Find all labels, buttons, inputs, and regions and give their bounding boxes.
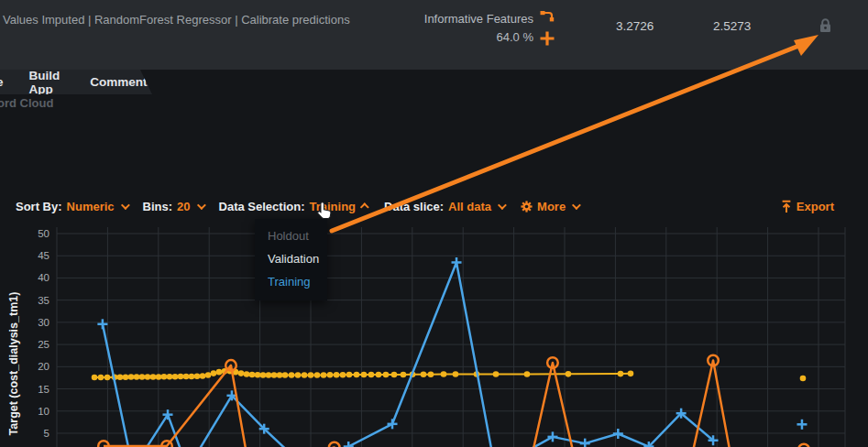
svg-text:30: 30: [38, 317, 49, 328]
y-axis-title: Target (cost_dialysis_tm1): [7, 292, 20, 436]
y-axis-tick-labels: 5101520253035404550: [38, 228, 49, 439]
dropdown-item-training[interactable]: Training: [255, 270, 327, 293]
svg-text:50: 50: [38, 228, 49, 239]
feature-effects-chart: 5101520253035404550Target (cost_dialysis…: [0, 0, 868, 447]
svg-text:40: 40: [38, 272, 49, 283]
svg-text:15: 15: [38, 384, 49, 395]
svg-text:5: 5: [44, 428, 49, 439]
svg-text:25: 25: [38, 339, 49, 350]
data-selection-dropdown: HoldoutValidationTraining: [255, 219, 327, 300]
chart-series: [92, 257, 809, 447]
dropdown-item-holdout[interactable]: Holdout: [255, 224, 327, 247]
svg-text:10: 10: [38, 406, 49, 417]
svg-text:35: 35: [38, 295, 49, 306]
series-partial-dependence-yellow: [92, 368, 807, 381]
chart-grid: [57, 227, 845, 447]
svg-text:20: 20: [38, 361, 49, 372]
dropdown-item-validation[interactable]: Validation: [255, 247, 327, 270]
svg-text:45: 45: [38, 250, 49, 261]
